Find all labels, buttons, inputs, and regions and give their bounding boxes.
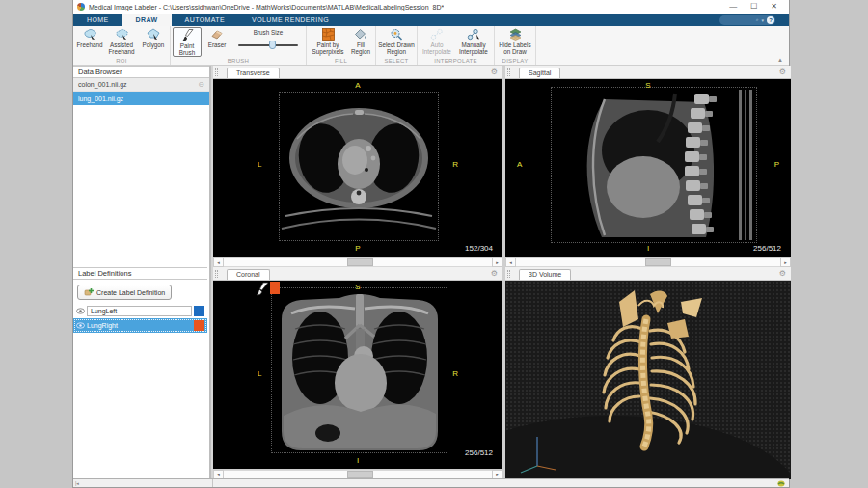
- viewport-grid: Transverse ⚙: [213, 66, 789, 478]
- interpolate-group-label: INTERPOLATE: [420, 57, 492, 65]
- orientation-label-superior: S: [355, 283, 360, 291]
- panel-drag-handle[interactable]: [507, 68, 510, 76]
- auto-interpolate-button: Auto Interpolate: [420, 27, 454, 55]
- volume3d-canvas[interactable]: [505, 281, 791, 479]
- polygon-button[interactable]: Polygon: [139, 27, 168, 48]
- sagittal-tab[interactable]: Sagittal: [519, 68, 560, 78]
- maximize-button[interactable]: ☐: [750, 0, 757, 14]
- visibility-eye-icon[interactable]: [76, 322, 85, 329]
- search-icon[interactable]: ⌕: [756, 16, 759, 23]
- slider-right-arrow-icon[interactable]: ▸: [492, 258, 502, 267]
- transverse-canvas[interactable]: A L R P 152/304: [213, 79, 502, 257]
- status-left-section: |◂: [73, 479, 213, 487]
- sagittal-slice-slider[interactable]: ◂ ▸: [505, 257, 791, 267]
- volume3d-tab[interactable]: 3D Volume: [519, 269, 571, 280]
- tab-volume-rendering[interactable]: VOLUME RENDERING: [238, 14, 342, 26]
- paint-brush-button[interactable]: Paint Brush: [173, 27, 202, 57]
- transverse-ct-image: [280, 93, 438, 240]
- paint-brush-label: Paint Brush: [174, 42, 201, 56]
- sagittal-settings-gear-icon[interactable]: ⚙: [779, 67, 786, 78]
- orientation-label-right: R: [452, 369, 458, 378]
- sagittal-canvas[interactable]: S A P I 256/512: [505, 79, 791, 257]
- orientation-label-inferior: I: [357, 456, 359, 465]
- paint-by-superpixels-label: Paint by Superpixels: [309, 41, 347, 55]
- orientation-label-posterior: P: [355, 244, 360, 253]
- slider-track[interactable]: [516, 258, 780, 267]
- tab-draw[interactable]: DRAW: [122, 14, 172, 26]
- volume3d-settings-gear-icon[interactable]: ⚙: [779, 268, 786, 280]
- volume-filename: lung_001.nii.gz: [78, 95, 123, 102]
- panel-drag-handle[interactable]: [215, 68, 218, 76]
- orientation-label-anterior: A: [355, 81, 360, 90]
- panel-drag-handle[interactable]: [507, 270, 510, 278]
- freehand-button[interactable]: Freehand: [75, 27, 104, 48]
- tab-automate[interactable]: AUTOMATE: [172, 14, 238, 26]
- sagittal-slice-number: 256/512: [753, 244, 781, 253]
- manually-interpolate-icon: [467, 28, 480, 41]
- 3d-axes-indicator-icon: [513, 431, 561, 474]
- coronal-settings-gear-icon[interactable]: ⚙: [491, 268, 498, 280]
- slider-right-arrow-icon[interactable]: ▸: [780, 258, 791, 267]
- transverse-viewport: Transverse ⚙: [213, 66, 502, 267]
- splitter-collapse-icon[interactable]: |◂: [75, 480, 79, 486]
- data-browser-item-lung[interactable]: lung_001.nii.gz: [73, 92, 209, 105]
- data-browser-panel: Data Browser colon_001.nii.gz ⊖ lung_001…: [73, 66, 209, 105]
- resources-icon[interactable]: ▾: [761, 17, 764, 23]
- sagittal-header: Sagittal ⚙: [505, 66, 791, 79]
- interpolate-group: Auto Interpolate Manually Interpolate IN…: [418, 26, 495, 65]
- freehand-icon: [83, 28, 97, 41]
- hide-labels-on-draw-button[interactable]: Hide Labels on Draw: [497, 27, 533, 55]
- select-group-label: SELECT: [378, 57, 415, 65]
- label-row-lungright[interactable]: LungRight: [73, 318, 207, 333]
- assisted-freehand-icon: [115, 28, 129, 41]
- manually-interpolate-button[interactable]: Manually Interpolate: [455, 27, 492, 55]
- slider-track[interactable]: [224, 258, 492, 267]
- fill-region-button[interactable]: Fill Region: [348, 27, 373, 55]
- coronal-tab[interactable]: Coronal: [227, 269, 270, 280]
- manually-interpolate-label: Manually Interpolate: [455, 41, 492, 55]
- slider-thumb[interactable]: [347, 258, 373, 266]
- label-name-field[interactable]: LungRight: [87, 322, 192, 329]
- coronal-canvas[interactable]: S L R I 256/512: [213, 281, 502, 469]
- transverse-image-bounds: [279, 92, 439, 241]
- paint-by-superpixels-button[interactable]: Paint by Superpixels: [309, 27, 347, 55]
- label-name-field[interactable]: LungLeft: [87, 306, 192, 316]
- transverse-settings-gear-icon[interactable]: ⚙: [491, 67, 498, 78]
- transverse-tab[interactable]: Transverse: [227, 68, 280, 78]
- slider-thumb[interactable]: [645, 258, 671, 266]
- slider-left-arrow-icon[interactable]: ◂: [213, 258, 224, 267]
- transverse-header: Transverse ⚙: [213, 66, 502, 79]
- eraser-button[interactable]: Eraser: [203, 27, 231, 48]
- window-title: Medical Image Labeler - C:\Users\ssidhwa…: [89, 4, 444, 11]
- brush-size-slider-thumb[interactable]: [269, 41, 276, 49]
- help-icon[interactable]: ?: [767, 16, 774, 24]
- create-label-definition-button[interactable]: Create Label Definition: [77, 285, 172, 300]
- status-bar: |◂: [73, 478, 789, 487]
- tab-home[interactable]: HOME: [73, 14, 122, 26]
- label-definitions-panel: Label Definitions Create Label Definitio…: [73, 267, 207, 478]
- transverse-slice-slider[interactable]: ◂ ▸: [213, 257, 502, 267]
- panel-drag-handle[interactable]: [215, 270, 218, 278]
- remove-volume-icon[interactable]: ⊖: [198, 81, 204, 89]
- visibility-eye-icon[interactable]: [76, 308, 85, 314]
- roi-group-label: ROI: [75, 57, 168, 65]
- freehand-label: Freehand: [77, 41, 103, 48]
- data-browser-item-colon[interactable]: colon_001.nii.gz ⊖: [73, 78, 209, 92]
- label-row-lungleft[interactable]: LungLeft: [73, 304, 207, 318]
- close-button[interactable]: ✕: [771, 0, 777, 14]
- slider-thumb[interactable]: [347, 471, 373, 478]
- eraser-icon: [210, 28, 224, 41]
- collapse-ribbon-icon[interactable]: ▲: [777, 57, 783, 63]
- coronal-ct-image: [272, 288, 448, 452]
- brush-ink-swatch: [270, 282, 280, 294]
- minimize-button[interactable]: —: [729, 0, 737, 14]
- quick-access-toolbar: ⌕ ▾ ?: [719, 15, 775, 25]
- volume-filename: colon_001.nii.gz: [78, 81, 127, 88]
- label-color-swatch[interactable]: [194, 306, 204, 316]
- label-color-swatch[interactable]: [194, 320, 204, 331]
- brush-size-slider[interactable]: [238, 44, 298, 46]
- assisted-freehand-button[interactable]: Assisted Freehand: [105, 27, 138, 55]
- slider-left-arrow-icon[interactable]: ◂: [505, 258, 516, 267]
- main-area: Data Browser colon_001.nii.gz ⊖ lung_001…: [73, 66, 789, 478]
- select-drawn-region-button[interactable]: Select Drawn Region: [378, 27, 415, 55]
